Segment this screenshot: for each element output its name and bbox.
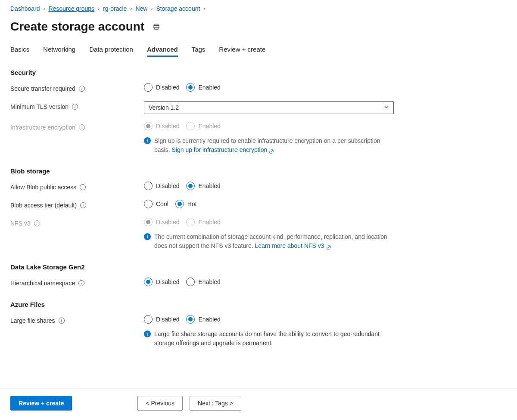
section-azure-files: Azure Files Large file shares i Disabled… [10, 301, 507, 348]
hierarchical-label: Hierarchical namespace [10, 280, 75, 287]
chevron-right-icon: › [98, 6, 100, 12]
tab-data-protection[interactable]: Data protection [89, 46, 133, 57]
info-message-icon: i [144, 330, 151, 337]
breadcrumb-new[interactable]: New [135, 5, 147, 12]
hierarchical-disabled-radio[interactable]: Disabled [144, 278, 179, 286]
large-share-enabled-radio[interactable]: Enabled [186, 315, 220, 324]
large-share-info: Large file share storage accounts do not… [154, 330, 394, 348]
info-message-icon: i [144, 137, 151, 144]
previous-button[interactable]: < Previous [137, 396, 183, 399]
large-share-label: Large file shares [10, 317, 55, 324]
infra-encryption-signup-link[interactable]: Sign up for infrastructure encryption [171, 146, 274, 153]
info-icon[interactable]: i [80, 184, 86, 190]
info-icon[interactable]: i [59, 318, 65, 324]
datalake-heading: Data Lake Storage Gen2 [10, 263, 507, 271]
tabs: Basics Networking Data protection Advanc… [10, 46, 507, 57]
tab-review-create[interactable]: Review + create [219, 46, 265, 57]
info-icon[interactable]: i [79, 124, 85, 130]
security-heading: Security [10, 69, 507, 76]
tab-tags[interactable]: Tags [192, 46, 206, 57]
footer: Review + create < Previous Next : Tags > [0, 389, 517, 399]
info-icon[interactable]: i [72, 104, 78, 110]
info-icon[interactable]: i [78, 280, 84, 286]
chevron-right-icon: › [151, 6, 153, 12]
title-row: Create storage account [10, 20, 507, 34]
chevron-right-icon: › [130, 6, 132, 12]
infra-encryption-label: Infrastructure encryption [10, 124, 75, 131]
infra-encryption-enabled-radio: Enabled [186, 122, 220, 130]
infra-encryption-info: Sign up is currently required to enable … [154, 136, 394, 154]
info-message-icon: i [144, 233, 151, 240]
nfs-learn-more-link[interactable]: Learn more about NFS v3 [255, 242, 331, 249]
access-tier-hot-radio[interactable]: Hot [175, 200, 197, 208]
breadcrumb-rg-oracle[interactable]: rg-oracle [103, 5, 127, 12]
section-datalake: Data Lake Storage Gen2 Hierarchical name… [10, 263, 507, 288]
access-tier-label: Blob access tier (default) [10, 202, 77, 209]
infra-encryption-disabled-radio: Disabled [144, 122, 179, 130]
tls-label: Minimum TLS version [10, 103, 69, 110]
breadcrumb-storage-account[interactable]: Storage account [156, 5, 200, 12]
public-access-disabled-radio[interactable]: Disabled [144, 182, 179, 190]
breadcrumb-resource-groups[interactable]: Resource groups [49, 5, 95, 12]
chevron-right-icon: › [44, 6, 45, 12]
info-icon[interactable]: i [79, 86, 85, 92]
secure-transfer-disabled-radio[interactable]: Disabled [144, 83, 179, 92]
secure-transfer-enabled-radio[interactable]: Enabled [186, 83, 220, 92]
nfs-enabled-radio: Enabled [186, 218, 220, 226]
info-icon[interactable]: i [34, 220, 40, 226]
breadcrumb: Dashboard › Resource groups › rg-oracle … [10, 5, 507, 12]
secure-transfer-label: Secure transfer required [10, 85, 75, 92]
nfs-info: The current combination of storage accou… [154, 232, 394, 250]
external-link-icon [326, 244, 331, 249]
info-icon[interactable]: i [80, 202, 86, 208]
section-blob: Blob storage Allow Blob public access i … [10, 167, 507, 250]
section-security: Security Secure transfer required i Disa… [10, 69, 507, 154]
page-title: Create storage account [10, 20, 144, 34]
files-heading: Azure Files [10, 301, 507, 308]
blob-heading: Blob storage [10, 167, 507, 175]
public-access-label: Allow Blob public access [10, 184, 76, 191]
chevron-right-icon: › [203, 6, 205, 12]
nfs-label: NFS v3 [10, 220, 31, 227]
hierarchical-enabled-radio[interactable]: Enabled [186, 278, 220, 286]
breadcrumb-dashboard[interactable]: Dashboard [10, 5, 40, 12]
tab-advanced[interactable]: Advanced [147, 46, 178, 57]
nfs-disabled-radio: Disabled [144, 218, 179, 226]
print-icon[interactable] [153, 23, 160, 30]
public-access-enabled-radio[interactable]: Enabled [186, 182, 220, 190]
access-tier-cool-radio[interactable]: Cool [144, 200, 168, 208]
tab-networking[interactable]: Networking [43, 46, 75, 57]
external-link-icon [269, 148, 274, 153]
large-share-disabled-radio[interactable]: Disabled [144, 315, 179, 324]
chevron-down-icon [384, 104, 389, 111]
next-button[interactable]: Next : Tags > [190, 396, 241, 399]
tls-select[interactable]: Version 1.2 [144, 101, 394, 114]
review-create-button[interactable]: Review + create [10, 396, 72, 399]
tab-basics[interactable]: Basics [10, 46, 29, 57]
